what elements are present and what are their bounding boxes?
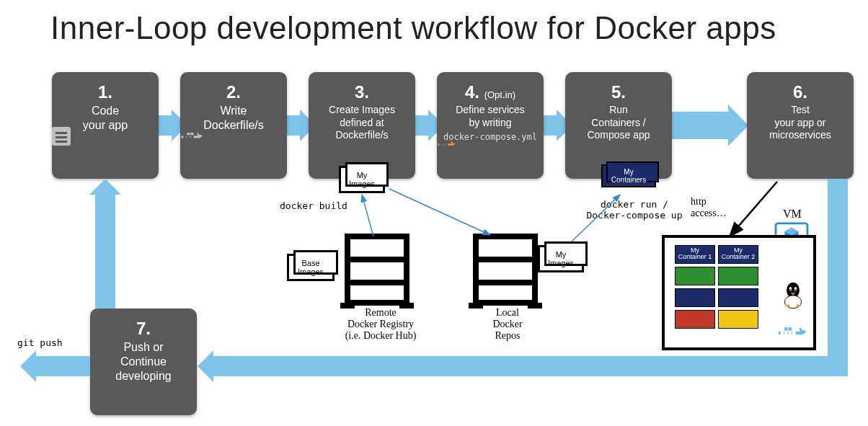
step-2-num: 2. [186, 82, 281, 102]
step-1-line2: your app [58, 118, 153, 133]
linux-tux-icon [780, 281, 806, 310]
svg-point-8 [795, 289, 797, 290]
step-1-num: 1. [58, 82, 153, 102]
step-5-line2: Containers / [571, 117, 666, 130]
svg-line-12 [730, 182, 777, 236]
arrow-6-down [828, 179, 848, 366]
docker-compose-icon [437, 136, 457, 152]
arrow-git-push [36, 356, 90, 376]
docker-whale-icon [180, 127, 205, 146]
my-images-local-card: My Images [538, 245, 584, 272]
step-6-line3: microservices [753, 129, 848, 142]
step-4-num: 4. (Opt.in) [443, 82, 538, 102]
vm-cell-navy-1 [675, 288, 715, 307]
vm-cell-green-2 [718, 267, 758, 285]
step-3-num: 3. [314, 82, 409, 102]
step-5-line1: Run [571, 104, 666, 117]
my-containers-card: My Containers [601, 164, 656, 187]
http-access-label: http access… [691, 196, 727, 219]
svg-line-9 [362, 195, 373, 236]
step-6-num: 6. [753, 82, 848, 102]
remote-registry-label: Remote Docker Registry (i.e. Docker Hub) [337, 307, 424, 342]
vm-container-2: My Container 2 [718, 245, 758, 264]
vm-cell-red [675, 310, 715, 329]
step-3-line2: defined at [314, 117, 409, 130]
diagram-title: Inner-Loop development workflow for Dock… [50, 10, 776, 46]
docker-run-label: docker run / Docker-compose up [584, 199, 685, 221]
step-7-line1: Push or [96, 340, 191, 355]
step-6-test: 6. Test your app or microservices [747, 72, 854, 179]
step-6-line2: your app or [753, 117, 848, 130]
docker-whale-vm-icon [777, 321, 809, 343]
step-1-code: 1. Code your app [52, 72, 159, 179]
step-7-num: 7. [96, 319, 191, 339]
vm-cell-navy-2 [718, 288, 758, 307]
step-2-dockerfile: 2. Write Dockerfile/s [180, 72, 287, 179]
remote-registry-rack [345, 234, 409, 306]
step-1-line1: Code [58, 104, 153, 118]
local-repos-rack [473, 234, 538, 306]
local-repos-label: Local Docker Repos [479, 307, 536, 342]
step-7-line3: developing [96, 369, 191, 383]
arrow-7-to-1 [95, 195, 115, 309]
step-4-compose: 4. (Opt.in) Define services by writing d… [437, 72, 544, 179]
step-2-line1: Write [186, 104, 281, 118]
vm-label: VM [783, 208, 802, 221]
svg-line-10 [389, 189, 490, 235]
step-3-line1: Create Images [314, 104, 409, 117]
base-images-card: Base Images [287, 254, 335, 281]
step-5-num: 5. [571, 82, 666, 102]
step-4-line2: by writing [443, 117, 538, 130]
vm-container-1: My Container 1 [675, 245, 715, 264]
document-icon [52, 127, 71, 146]
arrow-loop-left [213, 356, 848, 376]
vm-box: My Container 1 My Container 2 [662, 235, 816, 350]
step-3-line3: Dockerfile/s [314, 129, 409, 142]
step-7-line2: Continue [96, 355, 191, 369]
svg-point-7 [789, 289, 791, 290]
vm-cell-green-1 [675, 267, 715, 285]
docker-build-label: docker build [280, 200, 347, 211]
my-images-card-top: My Images [339, 166, 385, 193]
vm-cell-yellow [718, 310, 758, 329]
step-4-line1: Define services [443, 104, 538, 117]
git-push-label: git push [17, 337, 63, 348]
step-5-line3: Compose app [571, 129, 666, 142]
step-7-push: 7. Push or Continue developing [90, 309, 197, 415]
step-6-line1: Test [753, 104, 848, 117]
